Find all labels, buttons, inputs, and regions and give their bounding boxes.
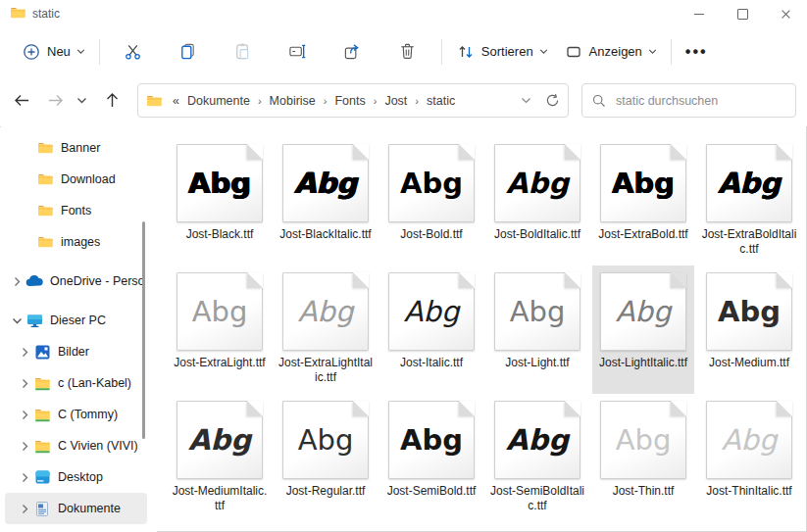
chevron-right-icon[interactable] xyxy=(16,347,33,358)
search-input[interactable] xyxy=(614,93,785,109)
file-name-label: Jost-Thin.ttf xyxy=(595,484,691,499)
sidebar-item-label: Fonts xyxy=(61,204,91,218)
file-tile[interactable]: Abg Jost-ThinItalic.ttf xyxy=(698,394,800,522)
sidebar-item-desktop[interactable]: Desktop xyxy=(0,461,157,493)
cut-button[interactable] xyxy=(106,36,161,68)
sidebar-item-drive-c-tommy[interactable]: C (Tommy) xyxy=(0,399,157,430)
font-preview-text: Abg xyxy=(188,169,251,198)
chevron-down-icon xyxy=(76,95,87,106)
file-tile[interactable]: Abg Jost-ExtraBold.ttf xyxy=(592,137,694,266)
file-name-label: Jost-Light.ttf xyxy=(489,356,585,370)
chevron-right-icon[interactable] xyxy=(16,378,33,389)
breadcrumb-item[interactable]: Dokumente xyxy=(183,91,254,111)
sort-button-label: Sortieren xyxy=(481,44,533,59)
font-preview-text: Abg xyxy=(510,298,566,326)
font-file-icon: Abg xyxy=(494,144,580,222)
view-button[interactable]: Anzeigen xyxy=(556,36,665,68)
chevron-down-icon xyxy=(648,47,657,56)
file-tile[interactable]: Abg Jost-ExtraLightItalic.ttf xyxy=(275,266,377,394)
sidebar-item-bilder[interactable]: Bilder xyxy=(0,336,157,367)
file-tile[interactable]: Abg Jost-ExtraBoldItalic.ttf xyxy=(698,137,800,266)
maximize-button[interactable] xyxy=(721,0,764,27)
file-tile[interactable]: Abg Jost-LightItalic.ttf xyxy=(592,266,694,394)
breadcrumb-item[interactable]: Mobirise xyxy=(266,91,320,111)
file-tile[interactable]: Abg Jost-Black.ttf xyxy=(169,137,271,266)
breadcrumb-bar[interactable]: « Dokumente › Mobirise › Fonts › Jost › … xyxy=(137,83,569,118)
rename-button[interactable] xyxy=(271,36,326,68)
font-file-icon: Abg xyxy=(706,144,792,222)
file-tile[interactable]: Abg Jost-Medium.ttf xyxy=(698,266,800,394)
file-tile[interactable]: Abg Jost-Bold.ttf xyxy=(380,137,482,266)
sidebar-item-label: c (Lan-Kabel) xyxy=(58,376,131,390)
sidebar-item-onedrive[interactable]: OneDrive - Perso xyxy=(0,266,157,297)
chevron-right-icon[interactable] xyxy=(16,472,33,483)
sidebar-item-images[interactable]: images xyxy=(0,226,157,258)
copy-button[interactable] xyxy=(161,36,216,68)
sidebar-item-fonts[interactable]: Fonts xyxy=(0,195,157,226)
chevron-right-icon[interactable] xyxy=(16,410,33,420)
sidebar-item-label: Banner xyxy=(61,141,100,155)
sidebar-scrollbar[interactable] xyxy=(142,221,145,439)
plus-circle-icon xyxy=(22,42,41,62)
forward-button[interactable] xyxy=(39,84,71,116)
chevron-right-icon[interactable] xyxy=(16,504,33,514)
breadcrumb-item[interactable]: Jost xyxy=(380,91,411,111)
ellipsis-icon: ••• xyxy=(685,48,708,56)
file-name-label: Jost-ExtraLightItalic.ttf xyxy=(277,356,374,384)
sidebar-item-label: C (Tommy) xyxy=(58,408,118,421)
chevron-down-icon[interactable] xyxy=(8,315,25,326)
sidebar-item-download[interactable]: Download xyxy=(0,164,157,195)
file-tile[interactable]: Abg Jost-Italic.ttf xyxy=(380,266,482,394)
address-row: « Dokumente › Mobirise › Fonts › Jost › … xyxy=(0,75,807,126)
minimize-button[interactable] xyxy=(678,0,721,27)
breadcrumb-item[interactable]: static xyxy=(423,91,459,111)
font-preview-text: Abg xyxy=(616,426,672,455)
file-tile[interactable]: Abg Jost-Thin.ttf xyxy=(592,394,694,522)
sidebar-item-dokumente[interactable]: Dokumente xyxy=(5,493,147,524)
file-tile[interactable]: Abg Jost-ExtraLight.ttf xyxy=(169,266,271,394)
file-tile[interactable]: Abg Jost-SemiBold.ttf xyxy=(380,394,482,522)
font-preview-text: Abg xyxy=(188,426,251,455)
sidebar-item-dieser-pc[interactable]: Dieser PC xyxy=(0,305,157,336)
file-tile[interactable]: Abg Jost-MediumItalic.ttf xyxy=(169,394,271,522)
view-icon xyxy=(564,42,583,62)
back-button[interactable] xyxy=(6,84,37,116)
font-file-icon: Abg xyxy=(282,272,369,351)
file-name-label: Jost-Regular.ttf xyxy=(277,484,374,499)
share-button[interactable] xyxy=(326,36,380,68)
font-file-icon: Abg xyxy=(600,401,686,479)
file-tile[interactable]: Abg Jost-BlackItalic.ttf xyxy=(275,137,377,266)
file-tile[interactable]: Abg Jost-Regular.ttf xyxy=(275,394,377,522)
close-button[interactable] xyxy=(764,0,807,27)
view-button-label: Anzeigen xyxy=(589,44,642,59)
file-name-label: Jost-Medium.ttf xyxy=(701,356,797,370)
new-button[interactable]: Neu xyxy=(14,36,93,68)
more-options-button[interactable]: ••• xyxy=(678,42,716,62)
font-preview-text: Abg xyxy=(506,426,569,455)
search-box xyxy=(581,83,796,118)
search-icon xyxy=(592,94,606,108)
sidebar-item-drive-c-vivien[interactable]: C Vivien (VIVI) xyxy=(0,430,157,461)
up-button[interactable] xyxy=(96,84,127,116)
file-name-label: Jost-BoldItalic.ttf xyxy=(489,227,585,242)
font-file-icon: Abg xyxy=(706,272,792,351)
paste-button[interactable] xyxy=(216,36,271,68)
arrow-left-icon xyxy=(14,92,30,109)
recent-locations-button[interactable] xyxy=(69,84,94,116)
file-tile[interactable]: Abg Jost-Light.ttf xyxy=(486,266,588,394)
font-file-icon: Abg xyxy=(388,401,475,479)
delete-button[interactable] xyxy=(380,36,435,68)
file-tile[interactable]: Abg Jost-BoldItalic.ttf xyxy=(486,137,588,266)
font-preview-text: Abg xyxy=(718,298,781,326)
chevron-right-icon[interactable] xyxy=(8,276,25,287)
sidebar-item-drive-c-lan-kabel[interactable]: c (Lan-Kabel) xyxy=(0,367,157,399)
file-tile[interactable]: Abg Jost-SemiBoldItalic.ttf xyxy=(486,394,588,522)
breadcrumb-item[interactable]: Fonts xyxy=(330,91,369,111)
chevron-right-icon[interactable] xyxy=(16,441,33,452)
breadcrumb-overflow[interactable]: « xyxy=(169,94,183,108)
sort-button[interactable]: Sortieren xyxy=(448,36,556,68)
address-dropdown-icon[interactable] xyxy=(521,95,531,106)
refresh-icon[interactable] xyxy=(545,93,560,108)
sidebar-item-banner[interactable]: Banner xyxy=(0,132,157,164)
font-file-icon: Abg xyxy=(600,144,686,222)
